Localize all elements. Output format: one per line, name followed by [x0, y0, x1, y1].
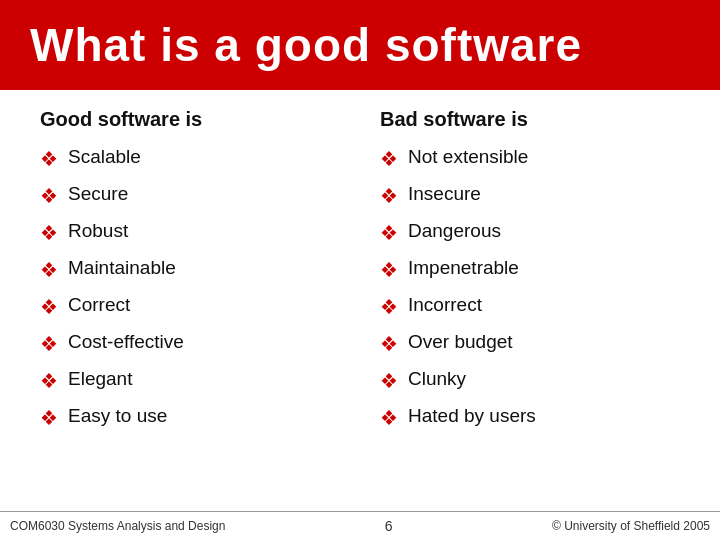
list-item: ❖Not extensible: [380, 145, 680, 172]
bad-items-list: ❖Not extensible ❖Insecure ❖Dangerous ❖Im…: [380, 145, 680, 431]
footer-copyright: © University of Sheffield 2005: [552, 519, 710, 533]
bad-item-8: Hated by users: [408, 404, 536, 429]
bullet-icon: ❖: [40, 331, 58, 357]
bullet-icon: ❖: [380, 405, 398, 431]
bullet-icon: ❖: [40, 220, 58, 246]
good-column-heading: Good software is: [40, 100, 340, 131]
bullet-icon: ❖: [380, 183, 398, 209]
bullet-icon: ❖: [40, 183, 58, 209]
list-item: ❖Hated by users: [380, 404, 680, 431]
bad-item-3: Dangerous: [408, 219, 501, 244]
footer-course: COM6030 Systems Analysis and Design: [10, 519, 225, 533]
good-item-6: Cost-effective: [68, 330, 184, 355]
list-item: ❖Over budget: [380, 330, 680, 357]
good-item-5: Correct: [68, 293, 130, 318]
good-item-3: Robust: [68, 219, 128, 244]
header: What is a good software: [0, 0, 720, 90]
list-item: ❖Elegant: [40, 367, 340, 394]
good-item-1: Scalable: [68, 145, 141, 170]
list-item: ❖Clunky: [380, 367, 680, 394]
bullet-icon: ❖: [380, 146, 398, 172]
columns-wrapper: Good software is ❖Scalable ❖Secure ❖Robu…: [30, 90, 690, 511]
bullet-icon: ❖: [380, 257, 398, 283]
bad-column: Bad software is ❖Not extensible ❖Insecur…: [360, 90, 690, 511]
main-content: Good software is ❖Scalable ❖Secure ❖Robu…: [0, 90, 720, 511]
list-item: ❖Maintainable: [40, 256, 340, 283]
slide: What is a good software Good software is…: [0, 0, 720, 540]
good-item-8: Easy to use: [68, 404, 167, 429]
bad-item-7: Clunky: [408, 367, 466, 392]
list-item: ❖Scalable: [40, 145, 340, 172]
good-item-2: Secure: [68, 182, 128, 207]
bullet-icon: ❖: [380, 220, 398, 246]
list-item: ❖Dangerous: [380, 219, 680, 246]
bullet-icon: ❖: [380, 294, 398, 320]
footer-page-number: 6: [385, 518, 393, 534]
bad-item-2: Insecure: [408, 182, 481, 207]
bullet-icon: ❖: [40, 257, 58, 283]
good-items-list: ❖Scalable ❖Secure ❖Robust ❖Maintainable …: [40, 145, 340, 431]
list-item: ❖Correct: [40, 293, 340, 320]
list-item: ❖Robust: [40, 219, 340, 246]
list-item: ❖Cost-effective: [40, 330, 340, 357]
bullet-icon: ❖: [40, 146, 58, 172]
good-item-7: Elegant: [68, 367, 132, 392]
list-item: ❖Easy to use: [40, 404, 340, 431]
bad-column-heading: Bad software is: [380, 100, 680, 131]
footer: COM6030 Systems Analysis and Design 6 © …: [0, 511, 720, 540]
bad-item-5: Incorrect: [408, 293, 482, 318]
list-item: ❖Secure: [40, 182, 340, 209]
slide-title: What is a good software: [30, 18, 582, 72]
bullet-icon: ❖: [40, 405, 58, 431]
good-column: Good software is ❖Scalable ❖Secure ❖Robu…: [30, 90, 360, 511]
bad-item-4: Impenetrable: [408, 256, 519, 281]
bullet-icon: ❖: [380, 368, 398, 394]
bad-item-1: Not extensible: [408, 145, 528, 170]
list-item: ❖Insecure: [380, 182, 680, 209]
bullet-icon: ❖: [40, 294, 58, 320]
list-item: ❖Incorrect: [380, 293, 680, 320]
list-item: ❖Impenetrable: [380, 256, 680, 283]
good-item-4: Maintainable: [68, 256, 176, 281]
bullet-icon: ❖: [380, 331, 398, 357]
bad-item-6: Over budget: [408, 330, 513, 355]
bullet-icon: ❖: [40, 368, 58, 394]
